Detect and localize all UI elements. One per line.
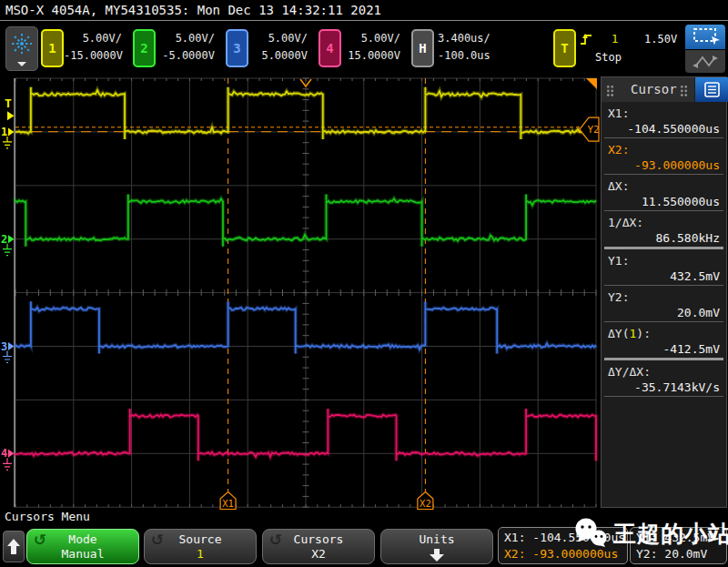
channel-1-scale: 5.00V/: [64, 30, 122, 47]
trigger-button[interactable]: T: [553, 29, 576, 67]
drag-grip-icon[interactable]: [606, 85, 614, 96]
oscilloscope-screen: MSO-X 4054A, MY54310535: Mon Dec 13 14:3…: [0, 0, 728, 567]
channel-3-offset: 5.0000V: [249, 47, 308, 65]
softkey-source[interactable]: ↺ Source 1: [144, 529, 257, 564]
ch2-ground-arrow[interactable]: [8, 235, 15, 243]
channel-2-settings: 5.00V/ -5.0000V: [157, 30, 215, 65]
trigger-offscreen-indicator: [586, 78, 597, 89]
acquisition-status: Stop: [595, 50, 622, 65]
channel-4-settings: 5.00V/ 15.0000V: [342, 30, 400, 65]
cursor-readouts: X1: -104.550000us X2: -93.000000us ΔX: 1…: [602, 102, 726, 397]
ch1-ground-label: 1: [1, 126, 7, 138]
readout-delta-y: ΔY(1): -412.5mV: [602, 322, 726, 358]
y2-cursor-tag-label: Y2: [587, 124, 599, 136]
channel-3-button[interactable]: 3: [226, 29, 248, 67]
x1-cursor-tag-label: X1: [222, 498, 234, 509]
channel-2-offset: -5.0000V: [157, 47, 215, 65]
snowflake-icon: [6, 27, 37, 70]
channel-1-button[interactable]: 1: [41, 29, 64, 67]
channel-1-settings: 5.00V/ -15.0000V: [64, 30, 122, 65]
cursor-sidebar: Cursor X1: -104.550000us X2: -93.000000u…: [601, 76, 727, 508]
watermark: 王超的小站: [573, 511, 728, 557]
toolbar: 1 5.00V/ -15.0000V 2 5.00V/ -5.0000V 3 5…: [0, 21, 728, 76]
cycle-icon: ↺: [151, 531, 164, 549]
readout-inv-delta-x: 1/ΔX: 86.580kHz: [602, 211, 726, 247]
sidebar-title: Cursor: [631, 82, 677, 96]
down-arrow-icon: [381, 548, 492, 565]
channel-4-offset: 15.0000V: [342, 47, 400, 65]
sidebar-menu-button[interactable]: [695, 77, 728, 102]
trigger-level-arrow[interactable]: [7, 111, 15, 120]
cycle-icon: ↺: [34, 531, 46, 549]
menu-list-icon: [695, 77, 728, 102]
horizontal-delay: -100.0us: [438, 47, 501, 65]
softkey-units[interactable]: Units: [380, 529, 493, 564]
channel-3-scale: 5.00V/: [249, 30, 308, 47]
keysight-flex-logo-button[interactable]: [5, 26, 38, 71]
cycle-icon: ↺: [269, 531, 282, 549]
instrument-title: MSO-X 4054A, MY54310535: Mon Dec 13 14:3…: [5, 3, 381, 17]
menu-back-button[interactable]: [3, 531, 25, 562]
channel-3-settings: 5.00V/ 5.0000V: [249, 30, 308, 65]
readout-x1: X1: -104.550000us: [602, 102, 726, 137]
horizontal-scale: 3.400us/: [438, 30, 501, 47]
ch4-ground-label: 4: [1, 447, 7, 460]
trigger-edge-icon: [580, 32, 593, 46]
horizontal-button[interactable]: H: [411, 29, 434, 67]
waveform-arrows-icon: [685, 50, 725, 73]
ch1-ground-arrow[interactable]: [8, 127, 15, 136]
trigger-source: 1: [612, 32, 618, 46]
title-bar: MSO-X 4054A, MY54310535: Mon Dec 13 14:3…: [0, 0, 728, 20]
horizontal-settings: 3.400us/ -100.0us: [438, 30, 501, 65]
ch3-ground-label: 3: [1, 340, 7, 353]
channel-4-scale: 5.00V/: [342, 30, 400, 47]
channel-2-button[interactable]: 2: [133, 29, 156, 67]
dropdown-caret-icon: [17, 62, 26, 66]
readout-x2: X2: -93.000000us: [602, 138, 726, 174]
channel-4-button[interactable]: 4: [318, 29, 341, 67]
ch3-ground-arrow[interactable]: [8, 342, 15, 350]
softkey-cursors[interactable]: ↺ Cursors X2: [262, 529, 375, 564]
ch2-ground-label: 2: [1, 233, 7, 246]
watermark-text: 王超的小站: [613, 519, 728, 549]
zoom-select-button[interactable]: [685, 25, 725, 49]
corner-buttons: [685, 25, 725, 73]
readout-y1: Y1: 432.5mV: [602, 249, 726, 285]
readout-slope: ΔY/ΔX: -35.7143kV/s: [602, 360, 726, 396]
waveform-display: 1234TX1X2Y2: [0, 77, 601, 511]
wechat-icon: [573, 517, 610, 550]
readout-y2: Y2: 20.0mV: [602, 286, 726, 321]
up-arrow-icon: [4, 532, 24, 562]
drag-grip-icon[interactable]: [680, 85, 688, 96]
channel-1-offset: -15.0000V: [64, 47, 122, 65]
trigger-level-label: T: [5, 96, 12, 110]
channel-2-scale: 5.00V/: [157, 30, 215, 47]
ch4-ground-arrow[interactable]: [8, 450, 15, 458]
softkey-mode[interactable]: ↺ Mode Manual: [26, 529, 139, 564]
menu-title: Cursors Menu: [5, 510, 90, 523]
sidebar-header[interactable]: Cursor: [602, 77, 694, 102]
zoom-rect-icon: [685, 25, 725, 49]
trigger-level: 1.50V: [644, 32, 677, 46]
pan-waveform-button[interactable]: [685, 50, 725, 73]
readout-delta-x: ΔX: 11.550000us: [602, 175, 726, 210]
x2-cursor-tag-label: X2: [420, 498, 431, 509]
